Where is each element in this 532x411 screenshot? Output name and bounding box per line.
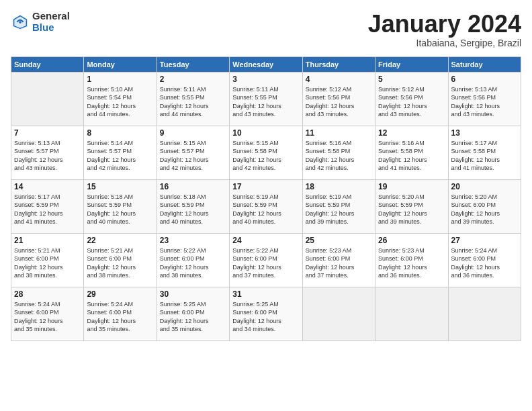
day-info: Sunrise: 5:10 AMSunset: 5:54 PMDaylight:…	[87, 85, 153, 119]
day-info: Sunrise: 5:16 AMSunset: 5:58 PMDaylight:…	[378, 139, 445, 173]
day-number: 25	[306, 236, 372, 245]
calendar-cell: 11Sunrise: 5:16 AMSunset: 5:58 PMDayligh…	[302, 126, 375, 179]
calendar-cell: 2Sunrise: 5:11 AMSunset: 5:55 PMDaylight…	[157, 72, 229, 126]
day-number: 19	[378, 182, 445, 191]
day-info: Sunrise: 5:12 AMSunset: 5:56 PMDaylight:…	[378, 85, 445, 119]
calendar-cell: 5Sunrise: 5:12 AMSunset: 5:56 PMDaylight…	[375, 72, 448, 126]
week-row-3: 14Sunrise: 5:17 AMSunset: 5:59 PMDayligh…	[11, 179, 521, 233]
calendar-cell: 22Sunrise: 5:21 AMSunset: 6:00 PMDayligh…	[84, 233, 157, 287]
svg-point-2	[19, 21, 21, 24]
day-number: 23	[160, 236, 226, 245]
calendar-cell: 30Sunrise: 5:25 AMSunset: 6:00 PMDayligh…	[157, 287, 229, 340]
header-day-monday: Monday	[84, 56, 157, 72]
month-title: January 2024	[368, 11, 521, 38]
calendar-cell: 29Sunrise: 5:24 AMSunset: 6:00 PMDayligh…	[84, 287, 157, 340]
day-number: 5	[378, 75, 445, 84]
calendar-cell: 19Sunrise: 5:20 AMSunset: 5:59 PMDayligh…	[375, 179, 448, 233]
day-number: 3	[232, 75, 299, 84]
calendar-cell: 3Sunrise: 5:11 AMSunset: 5:55 PMDaylight…	[230, 72, 302, 126]
day-number: 13	[451, 128, 518, 138]
calendar-cell: 23Sunrise: 5:22 AMSunset: 6:00 PMDayligh…	[157, 233, 229, 287]
day-info: Sunrise: 5:18 AMSunset: 5:59 PMDaylight:…	[87, 193, 153, 226]
calendar-cell	[375, 287, 448, 340]
calendar-cell: 13Sunrise: 5:17 AMSunset: 5:58 PMDayligh…	[448, 126, 521, 179]
calendar-cell	[302, 287, 375, 340]
day-number: 27	[451, 236, 518, 245]
calendar-cell: 4Sunrise: 5:12 AMSunset: 5:56 PMDaylight…	[302, 72, 375, 126]
calendar-cell: 12Sunrise: 5:16 AMSunset: 5:58 PMDayligh…	[375, 126, 448, 179]
day-number: 29	[87, 289, 153, 299]
page-container: General Blue January 2024 Itabaiana, Ser…	[0, 0, 532, 348]
day-info: Sunrise: 5:22 AMSunset: 6:00 PMDaylight:…	[160, 246, 226, 280]
calendar-cell: 16Sunrise: 5:18 AMSunset: 5:59 PMDayligh…	[157, 179, 229, 233]
logo-text: General Blue	[32, 11, 70, 33]
calendar-cell	[448, 287, 521, 340]
header-row: SundayMondayTuesdayWednesdayThursdayFrid…	[11, 56, 521, 72]
day-number: 1	[87, 75, 153, 84]
logo-general: General	[32, 11, 70, 22]
day-number: 24	[232, 236, 299, 245]
day-number: 31	[232, 289, 299, 299]
day-info: Sunrise: 5:19 AMSunset: 5:59 PMDaylight:…	[306, 193, 372, 226]
day-number: 14	[14, 182, 81, 191]
day-info: Sunrise: 5:19 AMSunset: 5:59 PMDaylight:…	[232, 193, 299, 226]
calendar-cell: 25Sunrise: 5:23 AMSunset: 6:00 PMDayligh…	[302, 233, 375, 287]
day-number: 21	[14, 236, 81, 245]
day-info: Sunrise: 5:18 AMSunset: 5:59 PMDaylight:…	[160, 193, 226, 226]
logo-icon	[11, 13, 30, 32]
day-number: 20	[451, 182, 518, 191]
day-info: Sunrise: 5:21 AMSunset: 6:00 PMDaylight:…	[87, 246, 153, 280]
header-day-thursday: Thursday	[302, 56, 375, 72]
day-number: 15	[87, 182, 153, 191]
day-info: Sunrise: 5:12 AMSunset: 5:56 PMDaylight:…	[306, 85, 372, 119]
calendar-cell: 26Sunrise: 5:23 AMSunset: 6:00 PMDayligh…	[375, 233, 448, 287]
logo-blue: Blue	[32, 22, 70, 34]
header-day-friday: Friday	[375, 56, 448, 72]
day-info: Sunrise: 5:17 AMSunset: 5:58 PMDaylight:…	[451, 139, 518, 173]
day-info: Sunrise: 5:14 AMSunset: 5:57 PMDaylight:…	[87, 139, 153, 173]
day-info: Sunrise: 5:21 AMSunset: 6:00 PMDaylight:…	[14, 246, 81, 280]
header: General Blue January 2024 Itabaiana, Ser…	[11, 11, 521, 48]
day-number: 4	[306, 75, 372, 84]
day-number: 10	[232, 128, 299, 138]
logo: General Blue	[11, 11, 70, 33]
day-number: 26	[378, 236, 445, 245]
calendar-cell: 27Sunrise: 5:24 AMSunset: 6:00 PMDayligh…	[448, 233, 521, 287]
week-row-4: 21Sunrise: 5:21 AMSunset: 6:00 PMDayligh…	[11, 233, 521, 287]
day-info: Sunrise: 5:24 AMSunset: 6:00 PMDaylight:…	[14, 300, 81, 334]
calendar-cell: 21Sunrise: 5:21 AMSunset: 6:00 PMDayligh…	[11, 233, 84, 287]
day-number: 6	[451, 75, 518, 84]
day-info: Sunrise: 5:20 AMSunset: 6:00 PMDaylight:…	[451, 193, 518, 226]
header-day-tuesday: Tuesday	[157, 56, 229, 72]
day-number: 18	[306, 182, 372, 191]
calendar-cell: 18Sunrise: 5:19 AMSunset: 5:59 PMDayligh…	[302, 179, 375, 233]
week-row-5: 28Sunrise: 5:24 AMSunset: 6:00 PMDayligh…	[11, 287, 521, 340]
calendar-cell: 9Sunrise: 5:15 AMSunset: 5:57 PMDaylight…	[157, 126, 229, 179]
day-number: 17	[232, 182, 299, 191]
header-day-saturday: Saturday	[448, 56, 521, 72]
week-row-2: 7Sunrise: 5:13 AMSunset: 5:57 PMDaylight…	[11, 126, 521, 179]
day-number: 9	[160, 128, 226, 138]
day-info: Sunrise: 5:15 AMSunset: 5:58 PMDaylight:…	[232, 139, 299, 173]
calendar-cell: 31Sunrise: 5:25 AMSunset: 6:00 PMDayligh…	[230, 287, 302, 340]
day-number: 11	[306, 128, 372, 138]
day-info: Sunrise: 5:13 AMSunset: 5:57 PMDaylight:…	[14, 139, 81, 173]
day-number: 16	[160, 182, 226, 191]
calendar-cell: 28Sunrise: 5:24 AMSunset: 6:00 PMDayligh…	[11, 287, 84, 340]
day-info: Sunrise: 5:17 AMSunset: 5:59 PMDaylight:…	[14, 193, 81, 226]
day-info: Sunrise: 5:15 AMSunset: 5:57 PMDaylight:…	[160, 139, 226, 173]
calendar-header: SundayMondayTuesdayWednesdayThursdayFrid…	[11, 56, 521, 72]
day-number: 2	[160, 75, 226, 84]
day-info: Sunrise: 5:11 AMSunset: 5:55 PMDaylight:…	[160, 85, 226, 119]
day-number: 7	[14, 128, 81, 138]
day-number: 30	[160, 289, 226, 299]
calendar-cell: 8Sunrise: 5:14 AMSunset: 5:57 PMDaylight…	[84, 126, 157, 179]
calendar-body: 1Sunrise: 5:10 AMSunset: 5:54 PMDaylight…	[11, 72, 521, 340]
calendar-cell: 1Sunrise: 5:10 AMSunset: 5:54 PMDaylight…	[84, 72, 157, 126]
week-row-1: 1Sunrise: 5:10 AMSunset: 5:54 PMDaylight…	[11, 72, 521, 126]
calendar-table: SundayMondayTuesdayWednesdayThursdayFrid…	[11, 56, 521, 341]
title-block: January 2024 Itabaiana, Sergipe, Brazil	[368, 11, 521, 48]
calendar-cell: 14Sunrise: 5:17 AMSunset: 5:59 PMDayligh…	[11, 179, 84, 233]
day-info: Sunrise: 5:23 AMSunset: 6:00 PMDaylight:…	[306, 246, 372, 280]
day-number: 8	[87, 128, 153, 138]
